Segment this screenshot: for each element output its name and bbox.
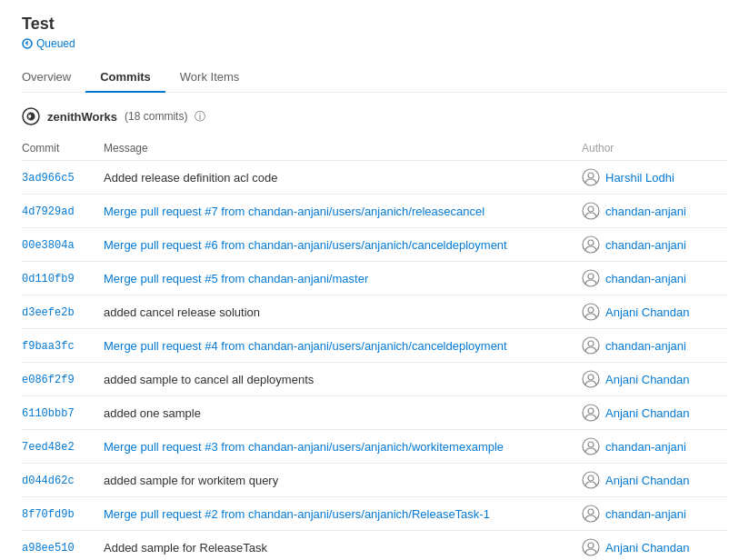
commit-hash[interactable]: f9baa3fc	[22, 340, 75, 353]
commit-message[interactable]: Merge pull request #3 from chandan-anjan…	[104, 440, 504, 454]
svg-point-15	[588, 375, 594, 380]
author-name[interactable]: Harshil Lodhi	[605, 171, 674, 185]
svg-point-1	[23, 108, 39, 125]
commit-message: Added sample for ReleaseTask	[104, 541, 267, 555]
col-header-message: Message	[104, 136, 582, 161]
avatar-icon	[582, 202, 600, 220]
commits-table: Commit Message Author 3ad966c5Added rele…	[22, 136, 727, 560]
tab-commits[interactable]: Commits	[85, 63, 165, 93]
info-icon[interactable]: ⓘ	[195, 109, 205, 125]
tab-workitems[interactable]: Work Items	[165, 63, 255, 93]
commit-message: added cancel release solution	[104, 305, 260, 319]
author-name[interactable]: chandan-anjani	[605, 507, 686, 521]
avatar-icon	[582, 538, 600, 556]
avatar-icon	[582, 168, 600, 186]
author-name[interactable]: chandan-anjani	[605, 238, 686, 252]
queued-icon	[22, 38, 33, 49]
commit-message[interactable]: Merge pull request #6 from chandan-anjan…	[104, 238, 507, 252]
commit-hash[interactable]: 7eed48e2	[22, 441, 75, 454]
table-row: d3eefe2badded cancel release solution An…	[22, 295, 727, 329]
avatar-icon	[582, 505, 600, 523]
commit-hash[interactable]: 0d110fb9	[22, 273, 75, 285]
table-row: 6110bbb7added one sample Anjani Chandan	[22, 396, 727, 430]
table-row: 0d110fb9Merge pull request #5 from chand…	[22, 262, 727, 295]
author-name[interactable]: chandan-anjani	[605, 205, 686, 218]
commit-hash[interactable]: 6110bbb7	[22, 407, 75, 420]
commit-hash[interactable]: d044d62c	[22, 475, 75, 487]
commit-message: added one sample	[104, 406, 201, 420]
table-row: 7eed48e2Merge pull request #3 from chand…	[22, 430, 727, 464]
commit-message: Added release definition acl code	[104, 171, 278, 185]
author-name[interactable]: chandan-anjani	[605, 339, 686, 353]
tab-bar: Overview Commits Work Items	[22, 63, 727, 93]
table-row: 8f70fd9bMerge pull request #2 from chand…	[22, 497, 727, 531]
github-icon	[22, 107, 40, 125]
author-name[interactable]: chandan-anjani	[605, 272, 686, 285]
table-row: d044d62cadded sample for workitem query …	[22, 464, 727, 497]
author-name[interactable]: Anjani Chandan	[605, 373, 690, 386]
col-header-commit: Commit	[22, 136, 104, 161]
author-name[interactable]: Anjani Chandan	[605, 406, 690, 420]
commit-hash[interactable]: d3eefe2b	[22, 306, 75, 319]
tab-overview[interactable]: Overview	[22, 63, 85, 93]
col-header-author: Author	[582, 136, 727, 161]
svg-point-17	[588, 408, 594, 414]
svg-point-3	[588, 173, 594, 178]
author-name[interactable]: chandan-anjani	[605, 440, 686, 454]
author-name[interactable]: Anjani Chandan	[605, 474, 690, 487]
avatar-icon	[582, 404, 600, 422]
svg-point-7	[588, 240, 594, 245]
author-name[interactable]: Anjani Chandan	[605, 541, 690, 555]
svg-point-21	[588, 475, 594, 481]
svg-point-23	[588, 509, 594, 515]
table-row: f9baa3fcMerge pull request #4 from chand…	[22, 329, 727, 363]
avatar-icon	[582, 336, 600, 355]
commit-hash[interactable]: 8f70fd9b	[22, 508, 75, 521]
table-row: a98ee510Added sample for ReleaseTask Anj…	[22, 531, 727, 561]
status-label: Queued	[36, 37, 75, 50]
svg-point-5	[588, 206, 594, 212]
commit-count: (18 commits)	[125, 110, 187, 123]
avatar-icon	[582, 303, 600, 321]
commit-message: added sample to cancel all deployments	[104, 373, 314, 386]
svg-point-25	[588, 543, 594, 548]
avatar-icon	[582, 235, 600, 254]
avatar-icon	[582, 471, 600, 489]
commit-message[interactable]: Merge pull request #5 from chandan-anjan…	[104, 272, 368, 285]
svg-point-13	[588, 341, 594, 346]
commit-message: added sample for workitem query	[104, 474, 278, 487]
table-row: 3ad966c5Added release definition acl cod…	[22, 161, 727, 195]
commit-hash[interactable]: a98ee510	[22, 542, 75, 555]
repo-name[interactable]: zenithWorks	[47, 110, 117, 124]
table-row: e086f2f9added sample to cancel all deplo…	[22, 363, 727, 396]
svg-point-11	[588, 307, 594, 313]
commit-message[interactable]: Merge pull request #4 from chandan-anjan…	[104, 339, 507, 353]
author-name[interactable]: Anjani Chandan	[605, 305, 690, 319]
avatar-icon	[582, 370, 600, 388]
page-title: Test	[22, 15, 727, 34]
avatar-icon	[582, 437, 600, 455]
repo-header: zenithWorks (18 commits) ⓘ	[22, 107, 727, 125]
commit-message[interactable]: Merge pull request #2 from chandan-anjan…	[104, 507, 490, 521]
commit-hash[interactable]: 4d7929ad	[22, 205, 75, 218]
commit-hash[interactable]: 3ad966c5	[22, 172, 75, 185]
table-row: 4d7929adMerge pull request #7 from chand…	[22, 195, 727, 228]
commit-hash[interactable]: 00e3804a	[22, 239, 75, 252]
svg-point-19	[588, 442, 594, 447]
commit-hash[interactable]: e086f2f9	[22, 374, 75, 386]
svg-point-9	[588, 274, 594, 279]
status-badge[interactable]: Queued	[22, 37, 75, 50]
table-row: 00e3804aMerge pull request #6 from chand…	[22, 228, 727, 262]
commit-message[interactable]: Merge pull request #7 from chandan-anjan…	[104, 205, 484, 218]
avatar-icon	[582, 269, 600, 287]
